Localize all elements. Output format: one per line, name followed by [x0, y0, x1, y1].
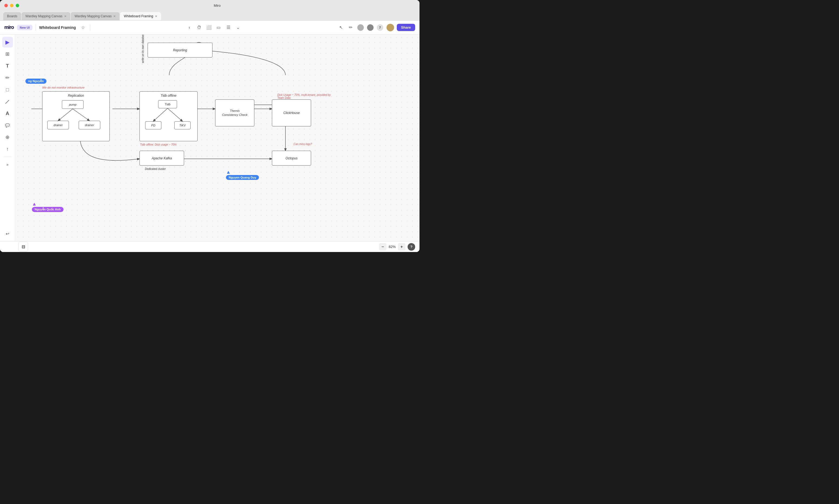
replication-box: Replication pump drainer drainer: [42, 91, 110, 141]
cursor1-arrow: ▲: [32, 201, 37, 206]
cursor1-label: Nguyễn Quốc Anh: [32, 207, 64, 212]
minimize-button[interactable]: [10, 4, 14, 7]
cursor1-area: ▲ Nguyễn Quốc Anh: [32, 201, 37, 206]
timer-icon[interactable]: ⏱: [195, 24, 203, 31]
zoom-controls: − 82% +: [379, 243, 405, 251]
drainer1-box: drainer: [47, 121, 69, 129]
toolbar-separator-1: [36, 24, 36, 31]
new-ui-button[interactable]: New UI: [17, 25, 32, 30]
zoom-level: 82%: [389, 245, 396, 249]
tab-wardley-1[interactable]: Wardley Mapping Canvas ✕: [22, 12, 70, 20]
pencil-icon[interactable]: ✏: [347, 24, 355, 31]
disk-usage-note: Dick Usage ~ 70%, multi-tenant, provided…: [277, 93, 331, 100]
main-area: ▶ ⊞ T ✏ □ | A 💬 ⊕ ↑ » ↩: [0, 35, 419, 241]
more-icon[interactable]: ⌄: [234, 24, 242, 31]
screen-icon[interactable]: ⬜: [205, 24, 213, 31]
sidebar-sep: [3, 157, 12, 157]
dedicated-cluster-label: Dedicated cluster: [145, 167, 166, 170]
reporting-box: Reporting: [147, 43, 212, 57]
left-sidebar: ▶ ⊞ T ✏ □ | A 💬 ⊕ ↑ » ↩: [0, 35, 15, 241]
bottom-container: ⊟ − 82% + ?: [0, 241, 419, 252]
tabbar: Boards Wardley Mapping Canvas ✕ Wardley …: [0, 11, 419, 20]
zoom-in-button[interactable]: +: [398, 243, 405, 251]
toolbar: miro New UI Whiteboard Framing ☆ ‹ ⏱ ⬜ ▭…: [0, 20, 419, 35]
tab-whiteboard-framing[interactable]: Whiteboard Framing ✕: [120, 12, 161, 20]
canvas[interactable]: Reporting write on its own database We d…: [15, 35, 419, 241]
no-monitor-note: We do not monitor infrastructure: [42, 86, 85, 89]
close-button[interactable]: [4, 4, 8, 7]
octopus-box: Octopus: [272, 151, 311, 166]
cursor3-label: ng Nguyễn: [25, 78, 47, 84]
tab-wardley-2[interactable]: Wardley Mapping Canvas ✕: [71, 12, 120, 20]
tidb-offline-box: Tidb offline Tidb PD TiKV: [139, 91, 197, 141]
cursor2-label: Nguyen Quang Duy: [226, 175, 259, 180]
tidb-inner-box: Tidb: [158, 100, 177, 108]
tidb-offline-label: Tidb offline: [160, 94, 176, 97]
toolbar-right: ↖ ✏ 7 Share: [337, 23, 415, 32]
help-button[interactable]: ?: [408, 243, 415, 251]
text-tool[interactable]: T: [2, 60, 13, 71]
window-title: Miro: [19, 3, 415, 7]
text-style-tool[interactable]: A: [2, 108, 13, 119]
tidb-disk-note: Tidb offline: Dick usage ~ 70%: [140, 143, 176, 146]
avatar-placeholder-1: [357, 24, 364, 31]
pen-tool[interactable]: ✏: [2, 72, 13, 83]
svg-line-8: [73, 109, 89, 121]
cursor-icon[interactable]: ↖: [337, 24, 345, 31]
themis-box: Themis Consistency Check: [215, 100, 254, 126]
replication-inner-arrows: [42, 92, 109, 141]
bottombar: ⊟ − 82% + ?: [0, 241, 419, 252]
minimap-button[interactable]: ⊟: [18, 242, 28, 251]
sticky-tool[interactable]: 💬: [2, 120, 13, 131]
present-icon[interactable]: ▭: [215, 24, 223, 31]
frames-tool[interactable]: ⊞: [2, 49, 13, 59]
upload-tool[interactable]: ↑: [2, 144, 13, 155]
share-button[interactable]: Share: [397, 24, 415, 31]
maximize-button[interactable]: [16, 4, 19, 7]
zoom-out-button[interactable]: −: [379, 243, 386, 251]
tikv-box: TiKV: [174, 121, 191, 129]
star-icon[interactable]: ☆: [79, 24, 87, 31]
toolbar-nav-prev[interactable]: ‹: [186, 24, 193, 31]
notes-icon[interactable]: ☰: [225, 24, 232, 31]
tab-close-wardley-2[interactable]: ✕: [113, 15, 116, 18]
tab-boards[interactable]: Boards: [3, 12, 21, 20]
more-tools[interactable]: »: [2, 159, 13, 170]
toolbar-separator-2: [90, 24, 90, 31]
tab-close-whiteboard[interactable]: ✕: [155, 15, 157, 18]
avatar-placeholder-2: [367, 24, 374, 31]
themis-label: Themis Consistency Check: [222, 109, 247, 117]
line-tool[interactable]: |: [0, 94, 15, 109]
drainer2-box: drainer: [78, 121, 100, 129]
svg-line-7: [58, 109, 73, 121]
apache-kafka-box: Apache Kafka: [139, 151, 184, 166]
svg-line-10: [168, 108, 182, 121]
replication-label: Replication: [68, 94, 84, 97]
avatar-count: 7: [376, 24, 384, 31]
titlebar: Miro: [0, 0, 419, 11]
toolbar-center: ‹ ⏱ ⬜ ▭ ☰ ⌄: [93, 24, 334, 31]
cursor2-area: ▲ Nguyen Quang Duy: [226, 169, 231, 175]
undo-tool[interactable]: ↩: [2, 228, 13, 239]
svg-line-9: [153, 108, 168, 121]
pump-box: pump: [62, 100, 84, 109]
write-label: write on its own database: [141, 35, 144, 63]
shapes-tool[interactable]: □: [2, 84, 13, 95]
tab-close-wardley-1[interactable]: ✕: [64, 15, 67, 18]
can-miss-logs-note: Can miss logs?: [294, 143, 312, 146]
clickhouse-box: ClickHouse: [272, 100, 311, 126]
frame-crop-tool[interactable]: ⊕: [2, 132, 13, 143]
board-title: Whiteboard Framing: [39, 25, 76, 30]
cursor2-arrow: ▲: [226, 169, 231, 175]
select-tool[interactable]: ▶: [2, 37, 13, 48]
user-avatar[interactable]: [386, 23, 395, 32]
miro-logo: miro: [4, 24, 14, 30]
pd-box: PD: [145, 121, 161, 129]
traffic-lights: [4, 4, 19, 7]
